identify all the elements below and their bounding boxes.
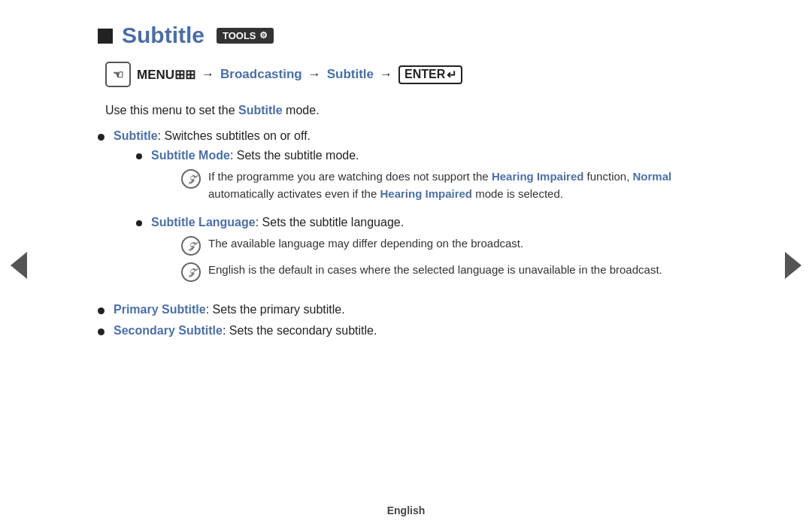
note-text-3: English is the default in cases where th… — [208, 262, 662, 279]
note-icon-2: 𝒵 — [181, 236, 201, 256]
note1-mid2: automatically activates even if the — [208, 187, 377, 200]
enter-label: ENTER — [404, 68, 445, 81]
bullet-dot-1 — [98, 134, 105, 141]
note-text-2: The available language may differ depend… — [208, 235, 662, 253]
footer-text: English — [387, 504, 426, 516]
bullet-item-secondary: Secondary Subtitle: Sets the secondary s… — [98, 324, 714, 338]
note-icon-3: 𝒵 — [181, 262, 201, 282]
bullet-dot-3 — [98, 329, 105, 335]
menu-label: MENU⊞⊞ — [137, 67, 195, 83]
desc-end: mode. — [286, 104, 319, 117]
menu-arrow-2: → — [308, 67, 321, 82]
sub-bullet-item-mode: Subtitle Mode: Sets the subtitle mode. 𝒵… — [136, 149, 714, 208]
bullet-item-primary: Primary Subtitle: Sets the primary subti… — [98, 303, 714, 316]
sub-bullet-item-language: Subtitle Language: Sets the subtitle lan… — [136, 216, 714, 288]
right-arrow-icon — [785, 252, 801, 279]
note1-blue2: Normal — [633, 170, 672, 183]
note1-mid: function, — [587, 170, 630, 183]
tools-badge: TOOLS ⚙ — [217, 28, 274, 44]
bullet-content-3: Secondary Subtitle: Sets the secondary s… — [114, 324, 714, 338]
enter-badge: ENTER ↵ — [398, 65, 462, 84]
footer: English — [0, 504, 812, 516]
tools-label: TOOLS — [223, 30, 256, 41]
nav-arrow-right[interactable] — [782, 247, 804, 284]
menu-hand-icon: ☜ — [105, 62, 131, 87]
note-block-2: 𝒵 The available language may differ depe… — [151, 235, 662, 256]
subbullet1-blue: Subtitle Mode — [151, 149, 230, 162]
note-icon-1: 𝒵 — [181, 169, 201, 189]
bullet-item-subtitle: Subtitle: Switches subtitles on or off. … — [98, 129, 714, 295]
page-title: Subtitle — [122, 23, 205, 48]
subbullet2-blue: Subtitle Language — [151, 216, 256, 229]
subbullet1-text: : Sets the subtitle mode. — [230, 149, 359, 162]
main-bullet-list: Subtitle: Switches subtitles on or off. … — [98, 129, 714, 338]
note1-blue3: Hearing Impaired — [380, 187, 472, 200]
menu-arrow-1: → — [201, 67, 214, 82]
sub-bullet-content-1: Subtitle Mode: Sets the subtitle mode. 𝒵… — [151, 149, 714, 208]
note1-prefix: If the programme you are watching does n… — [208, 170, 489, 183]
sub-bullet-dot-2 — [136, 220, 142, 226]
note-block-3: 𝒵 English is the default in cases where … — [151, 262, 662, 282]
page-title-row: Subtitle TOOLS ⚙ — [98, 23, 714, 48]
note-text-1: If the programme you are watching does n… — [208, 168, 714, 202]
black-square-icon — [98, 29, 113, 44]
subbullet2-text: : Sets the subtitle language. — [256, 216, 404, 229]
bullet-dot-2 — [98, 307, 105, 314]
bullet-content-1: Subtitle: Switches subtitles on or off. … — [114, 129, 714, 295]
description-text: Use this menu to set the Subtitle mode. — [98, 104, 714, 117]
note-block-1: 𝒵 If the programme you are watching does… — [151, 168, 714, 202]
menu-arrow-3: → — [380, 67, 392, 82]
enter-icon: ↵ — [447, 68, 456, 82]
bullet1-text: : Switches subtitles on or off. — [158, 129, 311, 142]
menu-path-row: ☜ MENU⊞⊞ → Broadcasting → Subtitle → ENT… — [98, 62, 714, 87]
bullet3-blue: Secondary Subtitle — [114, 324, 223, 337]
bullet2-blue: Primary Subtitle — [114, 303, 206, 316]
bullet3-text: : Sets the secondary subtitle. — [223, 324, 377, 337]
bullet1-blue: Subtitle — [114, 129, 158, 142]
bullet2-text: : Sets the primary subtitle. — [206, 303, 345, 316]
bullet-content-2: Primary Subtitle: Sets the primary subti… — [114, 303, 714, 316]
left-arrow-icon — [11, 252, 27, 279]
note1-end: mode is selected. — [475, 187, 563, 200]
nav-arrow-left[interactable] — [8, 247, 30, 284]
main-content: Subtitle TOOLS ⚙ ☜ MENU⊞⊞ → Broadcasting… — [38, 0, 774, 368]
sub-bullet-content-2: Subtitle Language: Sets the subtitle lan… — [151, 216, 662, 288]
broadcasting-label: Broadcasting — [220, 67, 302, 82]
subtitle-nav-label: Subtitle — [327, 67, 374, 82]
sub-bullet-list-1: Subtitle Mode: Sets the subtitle mode. 𝒵… — [114, 149, 714, 288]
desc-prefix: Use this menu to set the — [105, 104, 235, 117]
tools-icon-symbol: ⚙ — [259, 30, 268, 41]
desc-blue: Subtitle — [238, 104, 283, 117]
note1-blue1: Hearing Impaired — [492, 170, 584, 183]
sub-bullet-dot-1 — [136, 153, 142, 159]
